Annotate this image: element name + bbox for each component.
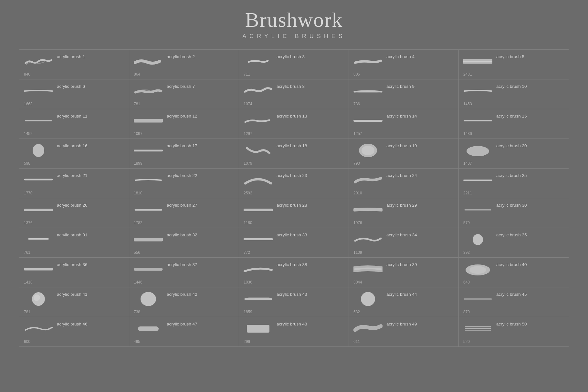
brush-number-40: 640 [463,280,564,284]
brush-top-1: acrylic brush 1 [24,53,124,71]
brush-number-44: 532 [353,310,454,314]
brush-number-12: 1097 [134,131,234,136]
brush-cell-4: acrylic brush 4 805 [349,50,459,79]
brush-icon-42 [134,291,163,307]
brush-number-33: 772 [244,250,344,255]
brush-top-50: acrylic brush 50 [463,320,564,339]
brush-number-7: 781 [134,102,234,106]
brush-number-28: 1180 [244,221,344,225]
brush-top-49: acrylic brush 49 [353,320,454,339]
brush-top-28: acrylic brush 28 [244,201,344,220]
brush-number-17: 1899 [134,161,234,166]
brush-icon-3 [244,53,273,70]
brush-cell-20: acrylic brush 20 1407 [459,139,569,169]
brush-name-44: acrylic brush 44 [386,291,417,297]
brush-icon-33 [244,231,273,248]
brush-icon-10 [463,83,492,99]
brush-icon-17 [134,142,163,159]
brush-icon-35 [463,231,492,248]
brush-number-35: 392 [463,250,564,255]
brush-cell-32: acrylic brush 32 556 [129,228,239,258]
brush-cell-35: acrylic brush 35 392 [459,228,569,258]
brush-cell-24: acrylic brush 24 2010 [349,169,459,198]
brush-cell-42: acrylic brush 42 738 [129,287,239,317]
brush-icon-13 [244,112,273,129]
brush-icon-5 [463,53,492,70]
brush-icon-18 [244,142,273,159]
brush-name-5: acrylic brush 5 [496,53,524,59]
brush-icon-37 [134,261,163,278]
brush-name-36: acrylic brush 36 [57,261,88,267]
brush-cell-14: acrylic brush 14 1257 [349,109,459,139]
brush-icon-48 [244,320,273,337]
brush-name-8: acrylic brush 8 [277,83,305,89]
brush-icon-31 [24,231,53,248]
brush-number-26: 1376 [24,221,124,225]
brush-top-6: acrylic brush 6 [24,83,124,101]
brush-cell-18: acrylic brush 18 1079 [239,139,349,169]
brush-number-31: 761 [24,250,124,255]
brush-name-30: acrylic brush 30 [496,201,527,208]
brush-cell-36: acrylic brush 36 1418 [19,258,129,287]
brush-name-1: acrylic brush 1 [57,53,85,59]
brush-cell-15: acrylic brush 15 1436 [459,109,569,139]
brush-icon-44 [353,291,383,307]
brush-number-25: 2211 [463,191,564,195]
brush-number-29: 1976 [353,221,454,225]
brush-icon-30 [463,201,492,218]
brush-icon-36 [24,261,53,278]
brush-top-45: acrylic brush 45 [463,291,564,309]
brush-cell-29: acrylic brush 29 1976 [349,198,459,228]
brush-cell-47: acrylic brush 47 495 [129,317,239,347]
brush-name-16: acrylic brush 16 [57,142,88,148]
brush-icon-12 [134,112,163,129]
brush-number-36: 1418 [24,280,124,284]
brush-top-26: acrylic brush 26 [24,201,124,220]
svg-point-9 [141,292,156,306]
brush-number-46: 600 [24,339,124,344]
brush-name-28: acrylic brush 28 [277,201,307,208]
brush-name-50: acrylic brush 50 [496,320,527,326]
brush-number-2: 864 [134,72,234,77]
brush-top-14: acrylic brush 14 [353,112,454,131]
brush-icon-14 [353,112,383,129]
brush-number-23: 2592 [244,191,344,195]
brush-cell-2: acrylic brush 2 864 [129,50,239,79]
brush-top-31: acrylic brush 31 [24,231,124,250]
brush-number-49: 611 [353,339,454,344]
brush-icon-41 [24,291,53,307]
brush-number-41: 781 [24,310,124,314]
brush-icon-24 [353,172,383,189]
brush-number-50: 520 [463,339,564,344]
brush-top-15: acrylic brush 15 [463,112,564,131]
brush-top-39: acrylic brush 39 [353,261,454,279]
brush-icon-50 [463,320,492,337]
brush-top-7: acrylic brush 7 [134,83,234,101]
brush-number-42: 738 [134,310,234,314]
svg-point-0 [33,144,44,157]
brush-icon-47 [134,320,163,337]
svg-point-2 [362,146,374,155]
brush-top-8: acrylic brush 8 [244,83,344,101]
brush-name-6: acrylic brush 6 [57,83,85,89]
brush-cell-1: acrylic brush 1 840 [19,50,129,79]
brush-top-9: acrylic brush 9 [353,83,454,101]
brush-icon-7 [134,83,163,99]
brush-cell-9: acrylic brush 9 736 [349,79,459,109]
brush-top-41: acrylic brush 41 [24,291,124,309]
brush-name-11: acrylic brush 11 [57,112,88,119]
brush-name-46: acrylic brush 46 [57,320,88,326]
brush-name-9: acrylic brush 9 [386,83,415,89]
svg-point-3 [467,146,489,156]
brush-number-13: 1297 [244,131,344,136]
brush-icon-27 [134,201,163,218]
sub-title: ACRYLIC BRUSHES [242,33,346,40]
brush-cell-45: acrylic brush 45 870 [459,287,569,317]
brush-name-27: acrylic brush 27 [167,201,197,208]
brush-cell-38: acrylic brush 38 1036 [239,258,349,287]
brush-name-32: acrylic brush 32 [167,231,197,237]
brush-icon-8 [244,83,273,99]
brush-number-24: 2010 [353,191,454,195]
brush-top-18: acrylic brush 18 [244,142,344,160]
brush-top-2: acrylic brush 2 [134,53,234,71]
